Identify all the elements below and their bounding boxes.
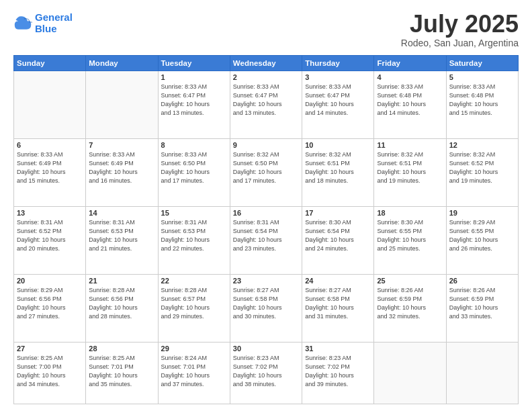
day-number: 22 [161,277,227,285]
day-number: 26 [449,277,515,285]
day-info: Sunrise: 8:31 AM Sunset: 6:53 PM Dayligh… [161,218,227,253]
calendar-table: SundayMondayTuesdayWednesdayThursdayFrid… [13,55,519,404]
day-number: 25 [377,277,443,285]
week-row-1: 1Sunrise: 8:33 AM Sunset: 6:47 PM Daylig… [14,71,519,139]
day-info: Sunrise: 8:33 AM Sunset: 6:48 PM Dayligh… [449,83,515,118]
day-number: 5 [449,73,515,81]
logo-general: General [35,11,73,23]
day-cell: 16Sunrise: 8:31 AM Sunset: 6:54 PM Dayli… [230,206,302,274]
day-number: 16 [233,209,299,217]
weekday-header-wednesday: Wednesday [230,56,302,71]
day-info: Sunrise: 8:23 AM Sunset: 7:02 PM Dayligh… [233,354,299,389]
day-info: Sunrise: 8:33 AM Sunset: 6:47 PM Dayligh… [161,83,227,118]
day-info: Sunrise: 8:31 AM Sunset: 6:54 PM Dayligh… [233,218,299,253]
week-row-5: 27Sunrise: 8:25 AM Sunset: 7:00 PM Dayli… [14,342,519,404]
day-number: 17 [305,209,371,217]
weekday-header-friday: Friday [374,56,446,71]
day-number: 15 [161,209,227,217]
day-cell: 24Sunrise: 8:27 AM Sunset: 6:58 PM Dayli… [302,274,374,342]
page: General Blue July 2025 Rodeo, San Juan, … [0,0,532,411]
header: General Blue July 2025 Rodeo, San Juan, … [13,12,519,48]
title-block: July 2025 Rodeo, San Juan, Argentina [401,12,519,48]
weekday-header-tuesday: Tuesday [158,56,230,71]
day-cell: 12Sunrise: 8:32 AM Sunset: 6:52 PM Dayli… [446,138,518,206]
day-info: Sunrise: 8:29 AM Sunset: 6:56 PM Dayligh… [17,286,83,321]
day-cell: 25Sunrise: 8:26 AM Sunset: 6:59 PM Dayli… [374,274,446,342]
day-info: Sunrise: 8:32 AM Sunset: 6:50 PM Dayligh… [233,150,299,185]
day-info: Sunrise: 8:31 AM Sunset: 6:52 PM Dayligh… [17,218,83,253]
logo-blue: Blue [35,23,57,34]
day-number: 29 [161,345,227,353]
weekday-header-thursday: Thursday [302,56,374,71]
day-info: Sunrise: 8:25 AM Sunset: 7:01 PM Dayligh… [89,354,154,389]
day-info: Sunrise: 8:30 AM Sunset: 6:55 PM Dayligh… [377,218,443,253]
day-number: 21 [89,277,154,285]
day-cell [374,342,446,404]
week-row-3: 13Sunrise: 8:31 AM Sunset: 6:52 PM Dayli… [14,206,519,274]
day-cell [14,71,86,139]
weekday-header-saturday: Saturday [446,56,518,71]
day-info: Sunrise: 8:26 AM Sunset: 6:59 PM Dayligh… [449,286,515,321]
day-number: 18 [377,209,443,217]
day-info: Sunrise: 8:28 AM Sunset: 6:56 PM Dayligh… [89,286,154,321]
day-cell [446,342,518,404]
day-number: 12 [449,141,515,149]
day-number: 13 [17,209,83,217]
day-number: 31 [305,345,371,353]
day-cell: 10Sunrise: 8:32 AM Sunset: 6:51 PM Dayli… [302,138,374,206]
logo-text: General Blue [35,12,73,34]
week-row-4: 20Sunrise: 8:29 AM Sunset: 6:56 PM Dayli… [14,274,519,342]
logo: General Blue [13,12,73,34]
day-cell: 26Sunrise: 8:26 AM Sunset: 6:59 PM Dayli… [446,274,518,342]
day-number: 9 [233,141,299,149]
day-info: Sunrise: 8:26 AM Sunset: 6:59 PM Dayligh… [377,286,443,321]
day-info: Sunrise: 8:33 AM Sunset: 6:47 PM Dayligh… [233,83,299,118]
day-cell: 27Sunrise: 8:25 AM Sunset: 7:00 PM Dayli… [14,342,86,404]
day-cell: 17Sunrise: 8:30 AM Sunset: 6:54 PM Dayli… [302,206,374,274]
day-cell: 22Sunrise: 8:28 AM Sunset: 6:57 PM Dayli… [158,274,230,342]
day-cell: 2Sunrise: 8:33 AM Sunset: 6:47 PM Daylig… [230,71,302,139]
day-cell: 20Sunrise: 8:29 AM Sunset: 6:56 PM Dayli… [14,274,86,342]
day-info: Sunrise: 8:33 AM Sunset: 6:50 PM Dayligh… [161,150,227,185]
day-number: 24 [305,277,371,285]
day-number: 14 [89,209,154,217]
day-cell: 6Sunrise: 8:33 AM Sunset: 6:49 PM Daylig… [14,138,86,206]
day-cell: 3Sunrise: 8:33 AM Sunset: 6:47 PM Daylig… [302,71,374,139]
day-cell: 5Sunrise: 8:33 AM Sunset: 6:48 PM Daylig… [446,71,518,139]
location-title: Rodeo, San Juan, Argentina [401,38,519,48]
day-info: Sunrise: 8:30 AM Sunset: 6:54 PM Dayligh… [305,218,371,253]
day-cell: 15Sunrise: 8:31 AM Sunset: 6:53 PM Dayli… [158,206,230,274]
day-number: 28 [89,345,154,353]
month-title: July 2025 [401,12,519,36]
day-number: 2 [233,73,299,81]
day-number: 19 [449,209,515,217]
day-cell: 8Sunrise: 8:33 AM Sunset: 6:50 PM Daylig… [158,138,230,206]
day-cell [86,71,158,139]
day-info: Sunrise: 8:28 AM Sunset: 6:57 PM Dayligh… [161,286,227,321]
day-number: 20 [17,277,83,285]
day-info: Sunrise: 8:33 AM Sunset: 6:48 PM Dayligh… [377,83,443,118]
day-cell: 21Sunrise: 8:28 AM Sunset: 6:56 PM Dayli… [86,274,158,342]
day-cell: 31Sunrise: 8:23 AM Sunset: 7:02 PM Dayli… [302,342,374,404]
day-info: Sunrise: 8:32 AM Sunset: 6:51 PM Dayligh… [305,150,371,185]
day-cell: 14Sunrise: 8:31 AM Sunset: 6:53 PM Dayli… [86,206,158,274]
day-cell: 23Sunrise: 8:27 AM Sunset: 6:58 PM Dayli… [230,274,302,342]
day-info: Sunrise: 8:33 AM Sunset: 6:47 PM Dayligh… [305,83,371,118]
day-cell: 4Sunrise: 8:33 AM Sunset: 6:48 PM Daylig… [374,71,446,139]
day-number: 27 [17,345,83,353]
day-info: Sunrise: 8:27 AM Sunset: 6:58 PM Dayligh… [233,286,299,321]
day-info: Sunrise: 8:27 AM Sunset: 6:58 PM Dayligh… [305,286,371,321]
day-number: 23 [233,277,299,285]
day-number: 1 [161,73,227,81]
day-number: 7 [89,141,154,149]
day-number: 8 [161,141,227,149]
day-cell: 28Sunrise: 8:25 AM Sunset: 7:01 PM Dayli… [86,342,158,404]
day-cell: 30Sunrise: 8:23 AM Sunset: 7:02 PM Dayli… [230,342,302,404]
day-cell: 19Sunrise: 8:29 AM Sunset: 6:55 PM Dayli… [446,206,518,274]
weekday-header-row: SundayMondayTuesdayWednesdayThursdayFrid… [14,56,519,71]
weekday-header-sunday: Sunday [14,56,86,71]
day-info: Sunrise: 8:25 AM Sunset: 7:00 PM Dayligh… [17,354,83,389]
day-info: Sunrise: 8:31 AM Sunset: 6:53 PM Dayligh… [89,218,154,253]
day-info: Sunrise: 8:24 AM Sunset: 7:01 PM Dayligh… [161,354,227,389]
day-info: Sunrise: 8:32 AM Sunset: 6:51 PM Dayligh… [377,150,443,185]
